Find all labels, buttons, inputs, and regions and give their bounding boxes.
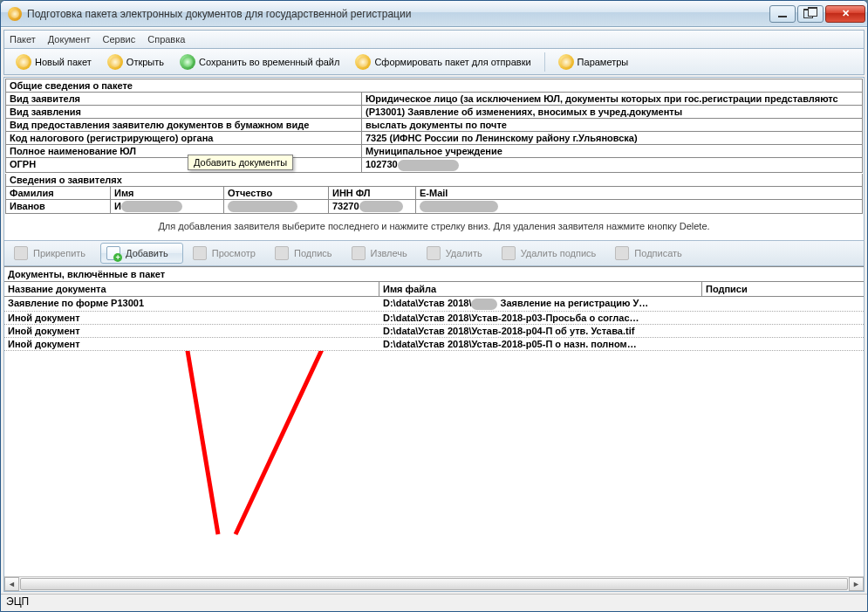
menu-help[interactable]: Справка [147, 34, 185, 45]
menu-document[interactable]: Документ [48, 34, 91, 45]
extract-icon [352, 246, 366, 260]
package-info-row[interactable]: Вид заявителяЮридическое лицо (за исключ… [6, 93, 862, 106]
col-doc-file: Имя файла [379, 282, 702, 296]
new-package-button[interactable]: Новый пакет [10, 52, 98, 72]
applicants-table: Фамилия Имя Отчество ИНН ФЛ E-Mail Ивано… [6, 187, 862, 214]
delete-signature-icon [502, 246, 516, 260]
document-row[interactable]: Заявление по форме Р13001D:\data\Устав 2… [4, 297, 864, 312]
doc-sigs-cell [702, 312, 864, 324]
add-tooltip: Добавить документы [188, 155, 293, 170]
add-button[interactable]: Добавить [100, 243, 183, 264]
menubar: Пакет Документ Сервис Справка [3, 30, 865, 49]
add-icon [106, 246, 120, 260]
new-icon [16, 54, 31, 70]
delete-button: Удалить [422, 243, 492, 264]
package-info-label: Вид заявителя [6, 93, 362, 105]
doc-sigs-cell [702, 325, 864, 337]
package-info-label: Вид заявления [6, 106, 362, 118]
app-icon [8, 7, 22, 21]
documents-empty-area: Добавить документы [4, 351, 864, 576]
main-toolbar: Новый пакет Открыть Сохранить во временн… [3, 49, 865, 75]
save-icon [180, 54, 195, 70]
sign-icon [615, 246, 629, 260]
view-icon [193, 246, 207, 260]
menu-paket[interactable]: Пакет [10, 34, 36, 45]
titlebar: Подготовка пакета электронных документов… [1, 1, 867, 27]
applicants-hint: Для добавления заявителя выберите послед… [4, 214, 864, 240]
scroll-track[interactable] [19, 577, 849, 591]
window-title: Подготовка пакета электронных документов… [27, 8, 768, 20]
documents-toolbar: Прикрепить Добавить Просмотр Подпись Изв… [4, 240, 864, 266]
open-package-button[interactable]: Открыть [101, 52, 170, 72]
package-info-label: ОГРН [6, 158, 362, 172]
package-info-row[interactable]: Полное наименование ЮЛМуниципальное учре… [6, 145, 862, 158]
package-info-label: Полное наименование ЮЛ [6, 145, 362, 157]
doc-file-cell: D:\data\Устав 2018\Устав-2018-р04-П об у… [379, 325, 702, 337]
statusbar: ЭЦП [1, 594, 867, 611]
doc-name-cell: Иной документ [4, 312, 379, 324]
col-doc-name: Название документа [4, 282, 379, 296]
applicant-patronymic[interactable]: xxxxxxxx [224, 200, 329, 214]
package-info-value: выслать документы по почте [362, 119, 862, 131]
document-row[interactable]: Иной документD:\data\Устав 2018\Устав-20… [4, 338, 864, 351]
document-row[interactable]: Иной документD:\data\Устав 2018\Устав-20… [4, 325, 864, 338]
package-info-row[interactable]: Вид предоставления заявителю документов … [6, 119, 862, 132]
delete-signature-button: Удалить подпись [497, 243, 606, 264]
save-temp-button[interactable]: Сохранить во временный файл [174, 52, 345, 72]
menu-service[interactable]: Сервис [103, 34, 136, 45]
scroll-left-button[interactable]: ◄ [4, 577, 19, 591]
close-button[interactable]: ✕ [825, 5, 865, 23]
package-info-row[interactable]: Вид заявления(Р13001) Заявление об измен… [6, 106, 862, 119]
col-inn: ИНН ФЛ [329, 187, 416, 200]
package-info-value: 102730xxxxxxx [362, 158, 862, 172]
annotation-arrows [4, 351, 864, 560]
applicant-surname[interactable]: Иванов [6, 200, 111, 214]
col-email: E-Mail [416, 187, 862, 200]
package-info-panel: Общие сведения о пакете Вид заявителяЮри… [5, 79, 863, 173]
form-package-button[interactable]: Сформировать пакет для отправки [349, 52, 537, 72]
col-surname: Фамилия [6, 187, 111, 200]
package-info-label: Код налогового (регистрирующего) органа [6, 132, 362, 144]
status-text: ЭЦП [6, 595, 29, 608]
horizontal-scrollbar[interactable]: ◄ ► [4, 576, 864, 591]
doc-sigs-cell [702, 297, 864, 311]
client-area: Пакет Документ Сервис Справка Новый паке… [1, 27, 867, 611]
package-info-value: (Р13001) Заявление об изменениях, вносим… [362, 106, 862, 118]
signature-icon [275, 246, 289, 260]
content-area: Общие сведения о пакете Вид заявителяЮри… [3, 77, 865, 592]
col-doc-sigs: Подписи [702, 282, 864, 296]
package-info-value: Муниципальное учреждение [362, 145, 862, 157]
package-info-value: 7325 (ИФНС России по Ленинскому району г… [362, 132, 862, 144]
params-button[interactable]: Параметры [552, 52, 635, 72]
open-icon [107, 54, 123, 70]
applicant-email[interactable]: xxxxxxxxx [416, 200, 862, 214]
package-info-row[interactable]: Код налогового (регистрирующего) органа7… [6, 132, 862, 145]
documents-columns: Название документа Имя файла Подписи [4, 282, 864, 297]
toolbar-separator [544, 52, 545, 72]
package-info-header: Общие сведения о пакете [6, 79, 862, 93]
applicants-header: Сведения о заявителях [6, 174, 862, 187]
scroll-right-button[interactable]: ► [849, 577, 864, 591]
doc-name-cell: Иной документ [4, 325, 379, 337]
attach-icon [14, 246, 28, 260]
delete-icon [427, 246, 441, 260]
applicant-name[interactable]: Иxxxxxxx [111, 200, 224, 214]
minimize-button[interactable] [769, 5, 796, 23]
maximize-button[interactable] [797, 5, 824, 23]
view-button: Просмотр [188, 243, 265, 264]
applicant-inn[interactable]: 73270xxxxx [329, 200, 416, 214]
package-info-row[interactable]: ОГРН102730xxxxxxx [6, 158, 862, 172]
scroll-thumb[interactable] [20, 578, 848, 590]
package-info-value: Юридическое лицо (за исключением ЮЛ, док… [362, 93, 862, 105]
package-info-label: Вид предоставления заявителю документов … [6, 119, 362, 131]
svg-line-1 [236, 351, 362, 534]
documents-header: Документы, включённые в пакет [4, 266, 864, 282]
doc-file-cell: D:\data\Устав 2018\xxx Заявление на реги… [379, 297, 702, 311]
doc-file-cell: D:\data\Устав 2018\Устав-2018-р05-П о на… [379, 338, 702, 350]
app-window: Подготовка пакета электронных документов… [0, 0, 868, 612]
document-row[interactable]: Иной документD:\data\Устав 2018\Устав-20… [4, 312, 864, 325]
doc-name-cell: Заявление по форме Р13001 [4, 297, 379, 311]
doc-sigs-cell [702, 338, 864, 350]
col-firstname: Имя [111, 187, 224, 200]
package-icon [355, 54, 371, 70]
